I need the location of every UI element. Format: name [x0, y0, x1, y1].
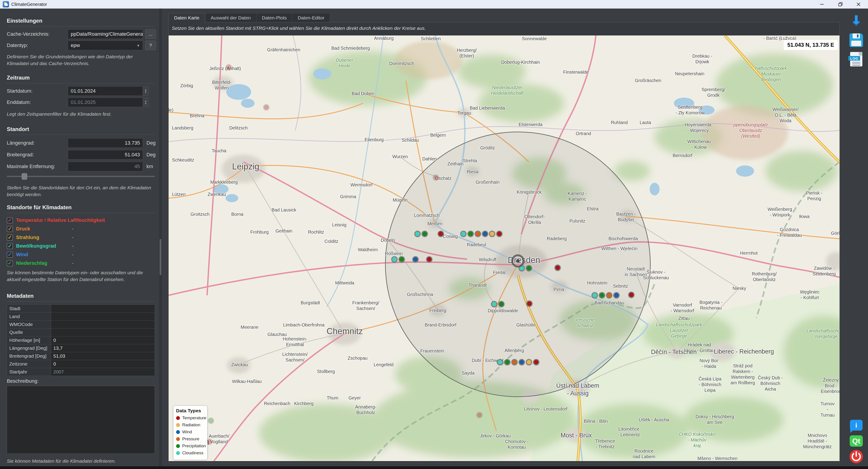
enddatum-spinner[interactable]: ▲▼ [143, 98, 149, 107]
station-circle-pressure[interactable] [606, 292, 612, 298]
station-circle-temperature[interactable] [426, 256, 432, 263]
entfernung-value: 45 [134, 164, 140, 169]
checkbox-checked-icon[interactable]: ✓ [7, 243, 13, 249]
map-label: Roßwein [385, 251, 403, 257]
metadata-value[interactable] [51, 313, 155, 321]
help-button[interactable]: ? [145, 41, 156, 50]
station-circle-temperature[interactable] [628, 292, 634, 298]
station-circle-precipitation[interactable] [208, 417, 214, 424]
map-label: Niederlausitzer Heidelandschaft [491, 85, 523, 96]
station-circle-cloudiness[interactable] [414, 231, 421, 237]
qt-icon[interactable]: Qt [849, 434, 864, 448]
metadata-key: Höhenlage [m] [7, 336, 51, 344]
entfernung-slider[interactable] [7, 176, 155, 177]
station-circle-precipitation[interactable] [399, 256, 405, 263]
station-circle-cloudiness[interactable] [391, 256, 398, 263]
metadata-value[interactable] [51, 305, 155, 313]
tab-daten-plots[interactable]: Daten-Plots [256, 13, 292, 22]
enddatum-value: 01.01.2025 [71, 99, 96, 105]
station-circle-temperature[interactable] [526, 300, 532, 307]
map-label: Litvínov - Leutensdorf [524, 406, 567, 412]
map-label: Groitzsch [191, 211, 210, 217]
station-circle-temperature[interactable] [496, 231, 502, 237]
beschreibung-textarea[interactable] [7, 386, 155, 454]
save-icon[interactable] [849, 32, 864, 48]
checkbox-checked-icon[interactable]: ✓ [7, 217, 13, 224]
station-circle-pressure[interactable] [511, 359, 518, 365]
station-circle-precipitation[interactable] [504, 359, 510, 365]
station-circle-cloudiness[interactable] [497, 359, 503, 365]
selected-location-marker[interactable] [511, 255, 524, 267]
station-circle-temperature[interactable] [433, 174, 439, 181]
station-circle-precipitation[interactable] [526, 265, 532, 271]
tab-daten-karte[interactable]: Daten Karte [168, 13, 205, 22]
startdatum-input[interactable]: 01.01.2024 [68, 86, 143, 96]
download-icon[interactable] [849, 14, 864, 30]
metadata-value[interactable]: 2007 [51, 368, 155, 376]
entfernung-slider-thumb[interactable] [22, 173, 27, 179]
station-circle-precipitation[interactable] [467, 231, 474, 237]
minimize-button[interactable] [815, 0, 829, 8]
power-icon[interactable] [849, 449, 864, 464]
map-label: Landschaftsschutzp Isergebirge [807, 328, 839, 339]
datentyp-select[interactable]: epw ▼ [68, 41, 143, 50]
close-icon[interactable] [852, 0, 865, 8]
log-file-icon[interactable]: LOG [849, 51, 864, 68]
station-circle-pressure[interactable] [475, 231, 481, 237]
metadata-value[interactable] [51, 321, 155, 329]
climate-type-label: Strahlung [16, 234, 39, 240]
maximize-button[interactable] [834, 0, 847, 8]
table-row: Stadt [7, 305, 155, 313]
station-circle-cloudiness[interactable] [460, 231, 467, 237]
breitengrad-input[interactable]: 51.043 [68, 150, 143, 160]
station-circle-wind[interactable] [482, 231, 488, 237]
divider [7, 135, 155, 135]
map-label: Radebeul [467, 242, 486, 247]
sidebar-scrollbar[interactable] [159, 8, 162, 466]
station-circle-wind[interactable] [519, 359, 525, 365]
station-circle-cloudiness[interactable] [592, 292, 598, 298]
checkbox-checked-icon[interactable]: ✓ [7, 234, 13, 241]
sidebar-scrollbar-thumb[interactable] [160, 239, 161, 275]
station-circle-wind[interactable] [412, 256, 418, 263]
checkbox-checked-icon[interactable]: ✓ [7, 226, 13, 232]
station-circle-cloudiness[interactable] [491, 301, 497, 307]
enddatum-input[interactable]: 01.01.2025 [68, 98, 143, 107]
map-legend: Data Types TemperatureRadiationWindPress… [173, 405, 208, 460]
map-label: Belgern [430, 132, 446, 138]
map-label: Česká Lípa - Böhmisch Leipa [699, 376, 721, 393]
station-circle-temperature[interactable] [438, 231, 444, 237]
table-row: Längengrad [Deg]13,7 [7, 344, 155, 352]
station-circle-temperature[interactable] [263, 104, 270, 110]
station-circle-radiation[interactable] [489, 231, 495, 237]
laengengrad-input[interactable]: 13.735 [68, 138, 143, 148]
station-circle-temperature[interactable] [533, 359, 539, 365]
climate-type-station-value: - [72, 252, 73, 258]
metadata-value[interactable] [51, 329, 155, 336]
station-circle-wind[interactable] [613, 292, 620, 298]
cache-dir-input[interactable]: ppData/Roaming/ClimateGenerator [68, 29, 143, 39]
metadata-value[interactable]: 0 [51, 336, 155, 344]
legend-label: Cloudiness [182, 450, 204, 456]
station-circle-radiation[interactable] [526, 359, 532, 365]
tab-auswahl-der-daten[interactable]: Auswahl der Daten [205, 13, 256, 22]
station-circle-precipitation[interactable] [498, 301, 504, 307]
station-circle-temperature[interactable] [555, 265, 561, 271]
startdatum-spinner[interactable]: ▲▼ [143, 86, 149, 96]
checkbox-checked-icon[interactable]: ✓ [7, 260, 13, 266]
browse-button[interactable]: ... [145, 29, 156, 39]
map-canvas[interactable]: Data Types TemperatureRadiationWindPress… [168, 35, 839, 461]
metadata-value[interactable]: 51,03 [51, 352, 155, 360]
legend-entry: Pressure [176, 436, 205, 441]
station-circle-temperature[interactable] [476, 412, 483, 418]
entfernung-input[interactable]: 45 [68, 162, 143, 171]
metadata-value[interactable]: 0 [51, 360, 155, 368]
metadata-value[interactable]: 13,7 [51, 344, 155, 352]
tab-daten-editor[interactable]: Daten-Editor [292, 13, 330, 22]
station-circle-temperature[interactable] [225, 64, 232, 70]
station-circle-precipitation[interactable] [599, 292, 605, 298]
checkbox-checked-icon[interactable]: ✓ [7, 252, 13, 258]
info-icon[interactable]: i [849, 418, 864, 432]
station-circle-precipitation[interactable] [422, 231, 428, 237]
map-label: Bad Liebenwerda [470, 105, 505, 111]
